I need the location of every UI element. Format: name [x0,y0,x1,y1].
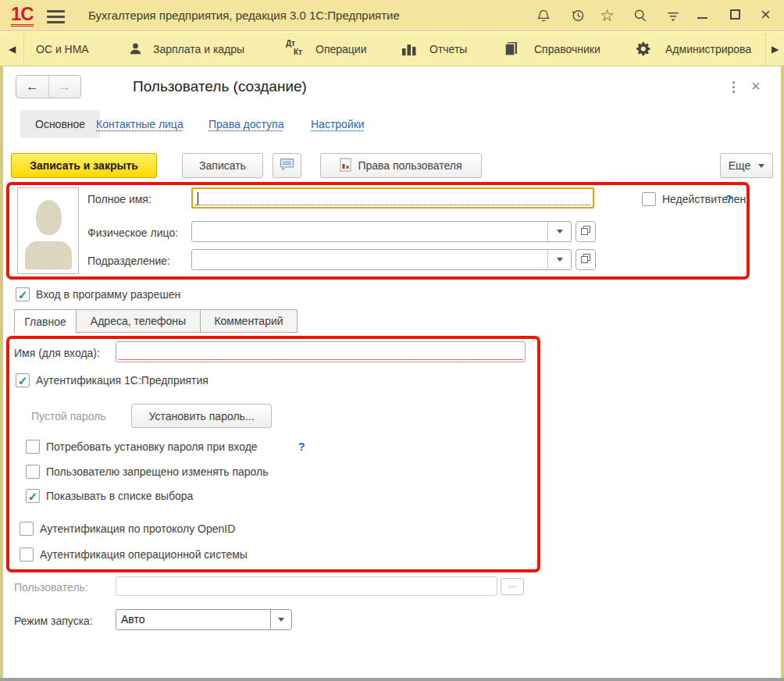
auth-1c-label: Аутентификация 1С:Предприятия [36,374,208,387]
subtab-addresses[interactable]: Адреса, телефоны [76,309,201,333]
person-label: Физическое лицо: [87,226,178,239]
open-in-window-icon [580,253,591,267]
user-rights-button[interactable]: Права пользователя [320,153,482,178]
discussion-button[interactable] [273,153,301,178]
department-open-button[interactable] [576,249,596,270]
chevron-down-icon [557,258,563,262]
minimize-icon[interactable] [697,17,707,19]
help-link[interactable]: ? [298,440,305,453]
notifications-bell-icon[interactable] [534,6,553,25]
chat-bubble-icon [279,157,295,174]
launch-mode-dropdown-button[interactable] [270,609,292,630]
window-border [0,678,784,681]
nav-scroll-left-icon[interactable]: ◀ [9,32,16,66]
section-operations[interactable]: Операции [315,32,367,66]
forward-button[interactable]: → [48,76,80,98]
tab-main[interactable]: Основное [20,110,100,138]
chevron-down-icon [557,230,563,234]
history-nav-group: ← → [16,75,81,98]
window-title: Бухгалтерия предприятия, редакция 3.0 1С… [88,0,400,31]
checkbox-os-auth[interactable] [20,547,34,562]
person-dropdown-button[interactable] [547,222,571,241]
dtkt-icon: Дт Кт [286,39,306,59]
forbid-password-change-label: Пользователю запрещено изменять пароль [46,465,269,478]
required-marker [119,359,522,360]
launch-mode-label: Режим запуска: [14,615,93,627]
section-reports[interactable]: Отчеты [429,32,467,66]
bar-chart-icon [401,42,417,59]
page-title: Пользователь (создание) [133,78,307,95]
required-marker [195,205,590,205]
os-auth-label: Аутентификация операционной системы [40,548,248,561]
launch-mode-select[interactable]: Авто [116,609,271,630]
checkbox-forbid-password-change[interactable] [26,465,40,479]
set-password-button[interactable]: Установить пароль... [131,404,272,428]
login-allowed-label: Вход в программу разрешен [36,288,180,301]
login-name-input[interactable] [116,341,526,362]
text-cursor [198,192,198,205]
person-combo-input[interactable] [191,221,572,242]
section-administration[interactable]: Администрирова [665,32,765,66]
search-icon[interactable] [631,6,650,25]
checkbox-openid-auth[interactable] [20,522,34,536]
checkbox-require-password[interactable] [26,440,40,454]
empty-password-label: Пустой пароль [31,410,106,423]
person-open-button[interactable] [576,221,596,242]
subtab-main[interactable]: Главное [14,309,77,333]
back-button[interactable]: ← [16,76,48,98]
chevron-down-icon [758,164,764,168]
maximize-icon[interactable] [730,9,740,20]
person-icon [128,41,143,59]
chevron-down-icon [278,618,284,622]
checkbox-auth-1c[interactable]: ✓ [16,373,30,387]
gear-icon [636,41,652,60]
section-salary-hr[interactable]: Зарплата и кадры [153,32,244,66]
full-name-input[interactable] [191,187,594,209]
tab-contact-persons[interactable]: Контактные лица [96,110,184,138]
annotation-box-auth [6,336,540,572]
section-directories[interactable]: Справочники [534,32,600,66]
department-label: Подразделение: [87,255,170,267]
form-close-icon[interactable]: × [751,78,761,94]
window-border [0,66,3,681]
openid-auth-label: Аутентификация по протоколу OpenID [40,522,235,535]
os-user-label: Пользователь: [14,581,88,594]
tab-settings[interactable]: Настройки [311,110,365,138]
invalid-label: Недействителен [662,193,746,205]
save-and-close-button[interactable]: Записать и закрыть [11,153,157,178]
user-avatar[interactable] [17,187,79,274]
help-link[interactable]: ? [725,193,732,205]
save-button[interactable]: Записать [182,153,263,178]
tab-access-rights[interactable]: Права доступа [208,110,283,138]
sections-navbar: ◀ ОС и НМА Зарплата и кадры Дт Кт Операц… [0,32,784,66]
nav-scroll-right-icon[interactable]: ▶ [772,32,779,66]
department-dropdown-button[interactable] [547,250,571,269]
more-menu-kebab-icon[interactable] [732,80,735,94]
divider [23,32,24,66]
os-user-input [116,576,497,596]
window-close-icon[interactable]: × [761,6,771,23]
require-password-label: Потребовать установку пароля при входе [46,440,258,453]
section-os-nma[interactable]: ОС и НМА [36,32,89,66]
divider [765,32,766,66]
history-icon[interactable] [568,6,587,25]
app-window: 1С Бухгалтерия предприятия, редакция 3.0… [0,0,784,681]
window-border [781,66,784,681]
main-menu-icon[interactable] [47,7,65,27]
favorites-star-icon[interactable]: ☆ [600,7,615,23]
report-icon [340,158,351,174]
login-name-label: Имя (для входа): [14,347,100,359]
checkbox-login-allowed[interactable]: ✓ [16,287,30,301]
checkbox-invalid[interactable] [642,192,656,206]
app-logo-1c: 1С [11,4,34,27]
quick-actions-icon[interactable] [664,6,682,25]
full-name-label: Полное имя: [87,193,151,205]
department-combo-input[interactable] [191,249,572,270]
window-titlebar: 1С Бухгалтерия предприятия, редакция 3.0… [0,0,784,31]
os-user-browse-button[interactable]: ... [501,578,524,595]
open-in-window-icon [580,225,591,239]
subtab-comment[interactable]: Комментарий [200,309,298,333]
books-icon [501,41,519,61]
checkbox-show-in-list[interactable]: ✓ [26,489,40,503]
more-button[interactable]: Еще [720,153,773,178]
